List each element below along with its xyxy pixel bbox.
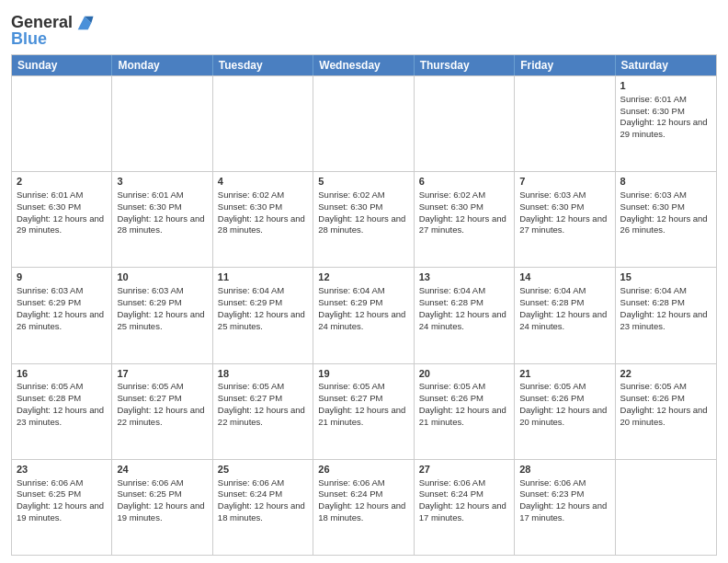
calendar-cell bbox=[515, 76, 615, 171]
calendar-cell: 9Sunrise: 6:03 AM Sunset: 6:29 PM Daylig… bbox=[12, 268, 112, 362]
calendar-cell: 28Sunrise: 6:06 AM Sunset: 6:23 PM Dayli… bbox=[515, 460, 615, 555]
day-number: 20 bbox=[419, 367, 509, 381]
day-number: 5 bbox=[318, 175, 408, 189]
calendar-cell: 4Sunrise: 6:02 AM Sunset: 6:30 PM Daylig… bbox=[213, 172, 313, 267]
day-info: Sunrise: 6:05 AM Sunset: 6:27 PM Dayligh… bbox=[318, 381, 405, 426]
day-number: 17 bbox=[117, 367, 207, 381]
calendar-header: SundayMondayTuesdayWednesdayThursdayFrid… bbox=[12, 55, 716, 75]
calendar-cell: 11Sunrise: 6:04 AM Sunset: 6:29 PM Dayli… bbox=[213, 268, 313, 362]
weekday-header: Thursday bbox=[415, 55, 515, 75]
calendar-cell: 26Sunrise: 6:06 AM Sunset: 6:24 PM Dayli… bbox=[313, 460, 414, 555]
calendar-row: 1Sunrise: 6:01 AM Sunset: 6:30 PM Daylig… bbox=[12, 75, 716, 171]
calendar-cell: 1Sunrise: 6:01 AM Sunset: 6:30 PM Daylig… bbox=[616, 76, 716, 171]
day-number: 13 bbox=[419, 270, 509, 284]
calendar-cell: 13Sunrise: 6:04 AM Sunset: 6:28 PM Dayli… bbox=[415, 268, 515, 362]
day-number: 21 bbox=[519, 367, 609, 381]
day-info: Sunrise: 6:03 AM Sunset: 6:29 PM Dayligh… bbox=[17, 285, 104, 330]
calendar-cell bbox=[112, 76, 212, 171]
day-number: 15 bbox=[620, 270, 711, 284]
calendar-cell bbox=[12, 76, 112, 171]
day-number: 4 bbox=[218, 175, 308, 189]
day-number: 7 bbox=[519, 175, 609, 189]
day-info: Sunrise: 6:05 AM Sunset: 6:28 PM Dayligh… bbox=[17, 381, 104, 426]
calendar: SundayMondayTuesdayWednesdayThursdayFrid… bbox=[11, 54, 717, 556]
calendar-cell bbox=[415, 76, 515, 171]
calendar-cell: 22Sunrise: 6:05 AM Sunset: 6:26 PM Dayli… bbox=[616, 364, 716, 459]
day-number: 14 bbox=[519, 270, 609, 284]
logo-icon bbox=[74, 13, 95, 33]
day-number: 10 bbox=[117, 270, 207, 284]
day-number: 1 bbox=[620, 79, 711, 93]
day-info: Sunrise: 6:05 AM Sunset: 6:26 PM Dayligh… bbox=[620, 381, 708, 426]
day-info: Sunrise: 6:06 AM Sunset: 6:24 PM Dayligh… bbox=[318, 477, 405, 523]
calendar-cell: 15Sunrise: 6:04 AM Sunset: 6:28 PM Dayli… bbox=[616, 268, 716, 362]
calendar-cell: 16Sunrise: 6:05 AM Sunset: 6:28 PM Dayli… bbox=[12, 364, 112, 459]
day-info: Sunrise: 6:05 AM Sunset: 6:26 PM Dayligh… bbox=[519, 381, 607, 426]
day-info: Sunrise: 6:04 AM Sunset: 6:28 PM Dayligh… bbox=[419, 285, 506, 330]
calendar-cell: 7Sunrise: 6:03 AM Sunset: 6:30 PM Daylig… bbox=[515, 172, 615, 267]
day-info: Sunrise: 6:06 AM Sunset: 6:24 PM Dayligh… bbox=[419, 477, 506, 523]
day-info: Sunrise: 6:04 AM Sunset: 6:29 PM Dayligh… bbox=[218, 285, 305, 330]
calendar-cell: 27Sunrise: 6:06 AM Sunset: 6:24 PM Dayli… bbox=[415, 460, 515, 555]
day-info: Sunrise: 6:06 AM Sunset: 6:24 PM Dayligh… bbox=[218, 477, 305, 523]
calendar-row: 9Sunrise: 6:03 AM Sunset: 6:29 PM Daylig… bbox=[12, 267, 716, 362]
calendar-cell: 12Sunrise: 6:04 AM Sunset: 6:29 PM Dayli… bbox=[313, 268, 414, 362]
day-info: Sunrise: 6:01 AM Sunset: 6:30 PM Dayligh… bbox=[620, 94, 708, 139]
calendar-cell: 14Sunrise: 6:04 AM Sunset: 6:28 PM Dayli… bbox=[515, 268, 615, 362]
calendar-row: 2Sunrise: 6:01 AM Sunset: 6:30 PM Daylig… bbox=[12, 171, 716, 267]
calendar-row: 16Sunrise: 6:05 AM Sunset: 6:28 PM Dayli… bbox=[12, 363, 716, 459]
day-info: Sunrise: 6:05 AM Sunset: 6:27 PM Dayligh… bbox=[117, 381, 204, 426]
day-info: Sunrise: 6:06 AM Sunset: 6:23 PM Dayligh… bbox=[519, 477, 607, 523]
day-number: 16 bbox=[17, 367, 107, 381]
calendar-cell: 25Sunrise: 6:06 AM Sunset: 6:24 PM Dayli… bbox=[213, 460, 313, 555]
page: General Blue SundayMondayTuesdayWednesda… bbox=[0, 0, 728, 563]
day-number: 27 bbox=[419, 463, 509, 477]
weekday-header: Monday bbox=[112, 55, 212, 75]
calendar-cell: 20Sunrise: 6:05 AM Sunset: 6:26 PM Dayli… bbox=[415, 364, 515, 459]
day-info: Sunrise: 6:05 AM Sunset: 6:26 PM Dayligh… bbox=[419, 381, 506, 426]
day-info: Sunrise: 6:06 AM Sunset: 6:25 PM Dayligh… bbox=[117, 477, 204, 523]
day-number: 24 bbox=[117, 463, 207, 477]
calendar-cell bbox=[213, 76, 313, 171]
day-info: Sunrise: 6:02 AM Sunset: 6:30 PM Dayligh… bbox=[218, 190, 305, 235]
calendar-cell: 23Sunrise: 6:06 AM Sunset: 6:25 PM Dayli… bbox=[12, 460, 112, 555]
day-number: 18 bbox=[218, 367, 308, 381]
logo: General Blue bbox=[11, 13, 95, 49]
day-info: Sunrise: 6:04 AM Sunset: 6:29 PM Dayligh… bbox=[318, 285, 405, 330]
day-number: 23 bbox=[17, 463, 107, 477]
calendar-cell: 10Sunrise: 6:03 AM Sunset: 6:29 PM Dayli… bbox=[112, 268, 212, 362]
day-info: Sunrise: 6:05 AM Sunset: 6:27 PM Dayligh… bbox=[218, 381, 305, 426]
day-number: 25 bbox=[218, 463, 308, 477]
day-info: Sunrise: 6:03 AM Sunset: 6:30 PM Dayligh… bbox=[620, 190, 708, 235]
calendar-body: 1Sunrise: 6:01 AM Sunset: 6:30 PM Daylig… bbox=[12, 75, 716, 555]
day-info: Sunrise: 6:03 AM Sunset: 6:30 PM Dayligh… bbox=[519, 190, 607, 235]
calendar-cell: 17Sunrise: 6:05 AM Sunset: 6:27 PM Dayli… bbox=[112, 364, 212, 459]
day-number: 2 bbox=[17, 175, 107, 189]
header: General Blue bbox=[11, 9, 717, 49]
calendar-cell bbox=[616, 460, 716, 555]
weekday-header: Wednesday bbox=[313, 55, 414, 75]
weekday-header: Friday bbox=[515, 55, 615, 75]
calendar-cell: 2Sunrise: 6:01 AM Sunset: 6:30 PM Daylig… bbox=[12, 172, 112, 267]
calendar-cell: 18Sunrise: 6:05 AM Sunset: 6:27 PM Dayli… bbox=[213, 364, 313, 459]
day-number: 28 bbox=[519, 463, 609, 477]
weekday-header: Tuesday bbox=[213, 55, 313, 75]
day-number: 11 bbox=[218, 270, 308, 284]
weekday-header: Saturday bbox=[616, 55, 716, 75]
calendar-cell: 19Sunrise: 6:05 AM Sunset: 6:27 PM Dayli… bbox=[313, 364, 414, 459]
calendar-cell: 6Sunrise: 6:02 AM Sunset: 6:30 PM Daylig… bbox=[415, 172, 515, 267]
day-info: Sunrise: 6:02 AM Sunset: 6:30 PM Dayligh… bbox=[419, 190, 506, 235]
day-info: Sunrise: 6:01 AM Sunset: 6:30 PM Dayligh… bbox=[17, 190, 104, 235]
day-info: Sunrise: 6:06 AM Sunset: 6:25 PM Dayligh… bbox=[17, 477, 104, 523]
weekday-header: Sunday bbox=[12, 55, 112, 75]
day-number: 19 bbox=[318, 367, 408, 381]
day-number: 26 bbox=[318, 463, 408, 477]
day-number: 3 bbox=[117, 175, 207, 189]
day-number: 22 bbox=[620, 367, 711, 381]
day-info: Sunrise: 6:04 AM Sunset: 6:28 PM Dayligh… bbox=[620, 285, 708, 330]
calendar-cell bbox=[313, 76, 414, 171]
day-info: Sunrise: 6:02 AM Sunset: 6:30 PM Dayligh… bbox=[318, 190, 405, 235]
calendar-cell: 24Sunrise: 6:06 AM Sunset: 6:25 PM Dayli… bbox=[112, 460, 212, 555]
day-number: 6 bbox=[419, 175, 509, 189]
calendar-cell: 3Sunrise: 6:01 AM Sunset: 6:30 PM Daylig… bbox=[112, 172, 212, 267]
